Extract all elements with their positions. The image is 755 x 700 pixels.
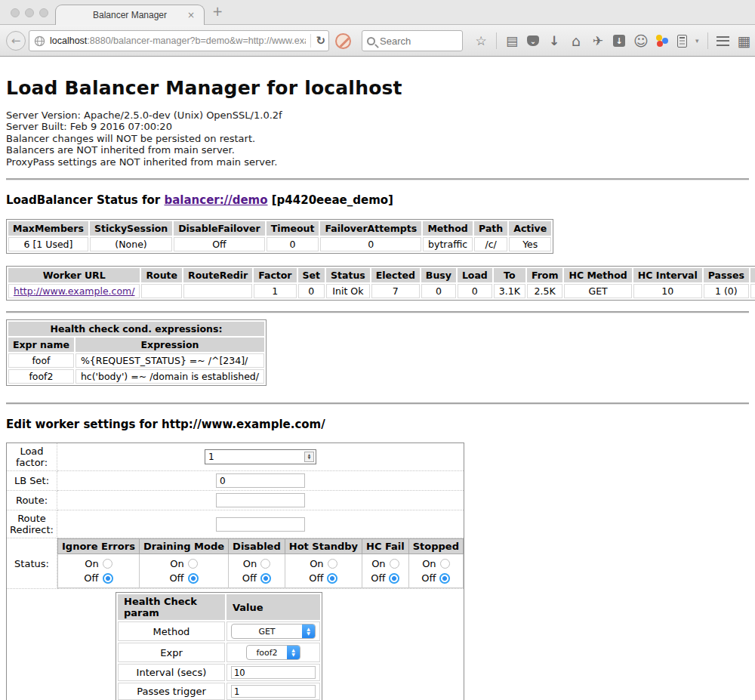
off-label: Off [169,571,183,585]
search-box[interactable] [362,30,463,51]
cell-set: 0 [298,284,325,298]
off-label: Off [242,571,257,585]
on-label: On [371,557,385,571]
balancer-status-table: MaxMembers StickySession DisableFailover… [6,219,553,254]
site-identity-globe-icon [34,35,45,47]
hc-expr-select[interactable]: foof2 ▲▼ [246,645,300,660]
route-cell [57,491,464,510]
hc-fail-on-radio[interactable] [390,559,399,569]
cell-routeredir [183,284,252,298]
cell-timeout: 0 [267,237,319,251]
col-draining-mode: Draining Mode [139,539,228,554]
hot-standby-on-radio[interactable] [328,559,337,569]
search-input[interactable] [380,35,448,47]
route-redirect-input[interactable] [216,517,305,532]
form-row-lb-set: LB Set: [7,471,464,491]
ignore-errors-on-radio[interactable] [103,559,112,569]
stopped-on-radio[interactable] [440,559,450,569]
lb-set-cell [57,471,464,491]
hc-method-select[interactable]: GET ▲▼ [231,624,316,639]
hc-interval-input[interactable] [231,666,316,679]
col-failoverattempts: FailoverAttempts [320,221,421,236]
table-header-row: MaxMembers StickySession DisableFailover… [8,221,551,236]
route-label: Route: [7,491,57,510]
stopped-off-radio[interactable] [439,573,450,584]
url-path: :8880/balancer-manager?b=demo&w=http://w… [87,35,306,46]
window-minimize-button[interactable] [25,8,34,17]
hc-expr-title: Health check cond. expressions: [8,322,264,336]
chevron-down-icon[interactable]: ▾ [695,37,699,45]
col-busy: Busy [421,268,456,282]
balancer-demo-link[interactable]: balancer://demo [164,193,267,207]
adblock-disabled-icon[interactable] [335,33,351,49]
hc-params-cell: Health Check param Value Method GET ▲▼ [7,589,464,700]
tab-close-icon[interactable]: × [187,10,195,20]
col-stickysession: StickySession [90,221,172,236]
cell-status: Init Ok [326,284,370,298]
url-bar[interactable]: localhost:8880/balancer-manager?b=demo&w… [29,30,329,51]
browser-tab[interactable]: Balancer Manager × [55,5,205,25]
new-tab-button[interactable]: + [212,4,223,19]
hc-fail-off-radio[interactable] [389,573,399,584]
route-input[interactable] [216,493,305,507]
col-elected: Elected [371,268,420,282]
table-row: foof %{REQUEST_STATUS} =~ /^[234]/ [8,353,264,368]
cell-hc-interval: 10 [633,284,702,298]
pocket-icon[interactable]: ⌄ [527,35,539,46]
cell-method: bytraffic [423,237,473,251]
select-stepper-icon: ▲▼ [287,645,300,660]
cell-route [141,284,182,298]
load-factor-input[interactable]: 1 ▲▼ [205,449,316,464]
col-hc-param: Health Check param [118,594,225,620]
form-row-route: Route: [7,491,464,510]
cell-load: 0 [458,284,492,298]
table-header-row: Expr name Expression [8,338,264,352]
extension-colored-dots-icon[interactable] [655,34,669,48]
worker-url-link[interactable]: http://www.example.com/ [14,285,134,297]
route-redirect-label: Route Redirect: [7,510,57,538]
feedback-smiley-icon[interactable]: ☺ [633,34,647,48]
toolbar-divider [496,32,497,49]
col-active: Active [509,221,551,236]
col-stopped: Stopped [408,539,463,554]
bookmark-star-icon[interactable]: ☆ [474,35,488,48]
draining-mode-on-radio[interactable] [188,559,198,569]
save-panel-icon[interactable]: ↓ [613,35,625,47]
proxypass-note-line: ProxyPass settings are NOT inherited fro… [6,156,749,168]
draining-mode-off-radio[interactable] [188,573,199,584]
cell-active: Yes [509,237,551,251]
disabled-on-radio[interactable] [260,559,270,569]
window-close-button[interactable] [11,8,20,17]
col-expr-name: Expr name [8,338,74,352]
disabled-off-radio[interactable] [260,573,271,584]
url-input[interactable]: localhost:8880/balancer-manager?b=demo&w… [50,35,306,46]
table-header-row: Worker URL Route RouteRedir Factor Set S… [8,268,755,282]
menu-hamburger-icon[interactable] [716,36,729,46]
table-row: http://www.example.com/ 1 0 Init Ok 7 0 … [8,284,755,298]
home-icon[interactable]: ⌂ [569,34,583,48]
table-row: 6 [1 Used] (None) Off 0 0 bytraffic /c/ … [8,237,551,251]
cell-worker-url: http://www.example.com/ [8,284,140,298]
lb-set-input[interactable] [216,473,305,488]
edit-worker-heading: Edit worker settings for http://www.exam… [6,418,749,431]
send-plane-icon[interactable]: ✈ [591,35,605,48]
hc-passes-input[interactable] [231,685,316,698]
col-fails: Fails [750,268,755,282]
cell-expression: %{REQUEST_STATUS} =~ /^[234]/ [76,353,264,368]
window-zoom-button[interactable] [39,8,48,17]
grid-panel-icon[interactable]: ▦ [738,34,751,48]
hot-standby-off-radio[interactable] [327,573,337,584]
hc-expr-row: Expr foof2 ▲▼ [118,643,320,662]
reload-icon[interactable]: ↻ [316,34,325,48]
clipboard-icon[interactable]: ▤ [505,35,519,48]
downloads-icon[interactable]: ↓ [547,35,561,48]
number-spinner-icon[interactable]: ▲▼ [304,452,314,462]
disabled-radios: On Off [229,554,285,588]
form-row-route-redirect: Route Redirect: [7,510,464,538]
back-button[interactable]: ← [6,31,26,51]
battery-panel-icon[interactable] [677,35,687,48]
load-factor-value: 1 [208,452,304,462]
ignore-errors-off-radio[interactable] [103,573,113,584]
col-method: Method [423,221,473,236]
lb-status-suffix: [p4420eeae_demo] [268,193,393,207]
